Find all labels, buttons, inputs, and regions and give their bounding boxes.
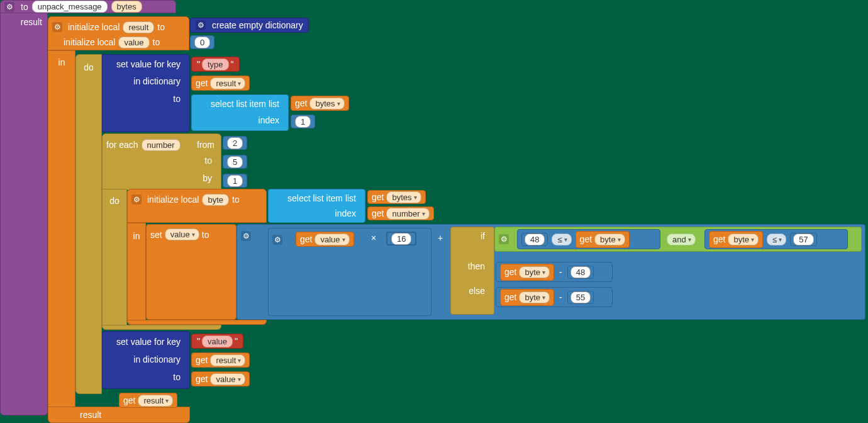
- get-result-final[interactable]: get result: [119, 393, 177, 408]
- get-bytes-1[interactable]: get bytes: [291, 96, 349, 111]
- times-sym: ×: [371, 233, 376, 243]
- get-result-2[interactable]: get result: [191, 352, 250, 368]
- gear-icon[interactable]: [272, 235, 282, 245]
- num-zero[interactable]: 0: [190, 35, 214, 49]
- setkey-label2: set value for key: [106, 334, 186, 352]
- lte-dd[interactable]: ≤: [552, 234, 571, 245]
- one-b[interactable]: 1: [227, 175, 243, 187]
- get-number[interactable]: get number: [367, 206, 434, 220]
- get-label: get: [372, 192, 384, 202]
- string-value[interactable]: " value ": [191, 334, 243, 349]
- get-value-2[interactable]: get value: [191, 371, 250, 386]
- indict-label2: in dictionary: [106, 352, 186, 369]
- value-text[interactable]: value: [202, 336, 233, 347]
- do-label: do: [84, 62, 94, 72]
- foreach-header[interactable]: for each number from to by: [102, 133, 221, 190]
- num-1[interactable]: 1: [291, 115, 315, 128]
- result-label: result: [1, 13, 47, 31]
- value-dd[interactable]: value: [165, 228, 199, 240]
- select-list-2[interactable]: select list item list index: [268, 189, 365, 223]
- bytes-dd2[interactable]: bytes: [386, 191, 421, 203]
- num-1b[interactable]: 1: [223, 174, 247, 188]
- create-dict[interactable]: create empty dictionary: [190, 18, 309, 33]
- lte-dd2[interactable]: ≤: [767, 234, 786, 245]
- proc-name[interactable]: unpack_message: [32, 1, 108, 13]
- bytes-dd[interactable]: bytes: [309, 98, 344, 110]
- set-key-value[interactable]: set value for key in dictionary to: [102, 331, 190, 389]
- number-var[interactable]: number: [142, 139, 181, 151]
- num-5[interactable]: 5: [223, 155, 247, 169]
- indict-label: in dictionary: [106, 74, 186, 91]
- n48b[interactable]: 48: [570, 266, 591, 278]
- result-dd[interactable]: result: [138, 395, 173, 407]
- get-result-1[interactable]: get result: [191, 76, 250, 91]
- then-expr[interactable]: getbyte - 48: [496, 262, 613, 282]
- init-byte[interactable]: initialize local byte to: [127, 189, 267, 223]
- inner-in: in: [127, 223, 146, 324]
- n57[interactable]: 57: [793, 234, 813, 245]
- number-dd[interactable]: number: [386, 208, 429, 220]
- cmp-right[interactable]: getbyte ≤ 57: [704, 229, 848, 249]
- get-bytes-2[interactable]: get bytes: [367, 190, 426, 204]
- q1: ": [197, 59, 200, 69]
- five[interactable]: 5: [227, 156, 243, 168]
- proc-header[interactable]: to unpack_message bytes: [0, 0, 176, 13]
- init-local-label: initialize local: [68, 22, 120, 32]
- foreach-do: do: [102, 189, 127, 329]
- value-dd3[interactable]: value: [210, 373, 245, 385]
- two[interactable]: 2: [227, 137, 243, 149]
- zero[interactable]: 0: [194, 37, 210, 48]
- get-value[interactable]: get value: [296, 232, 354, 247]
- to-label-f: to: [106, 369, 186, 387]
- gear-icon[interactable]: [131, 195, 142, 205]
- to-label: to: [21, 2, 28, 12]
- by-label: by: [106, 171, 217, 188]
- gear-icon[interactable]: [4, 2, 14, 12]
- index-label2: index: [272, 206, 361, 222]
- if-label: if: [455, 230, 490, 255]
- gear-icon[interactable]: [196, 20, 206, 30]
- cmp-left[interactable]: 48 ≤ getbyte: [517, 229, 660, 249]
- init-local-block[interactable]: initialize local result to initialize lo…: [48, 16, 189, 50]
- init-local-label2: initialize local: [64, 37, 115, 47]
- sixteen[interactable]: 16: [391, 233, 411, 245]
- num-2[interactable]: 2: [223, 136, 247, 150]
- arg-bytes[interactable]: bytes: [111, 1, 142, 13]
- type-text[interactable]: type: [202, 59, 229, 70]
- else-label: else: [455, 283, 490, 308]
- get-label: get: [196, 78, 208, 88]
- init-local-label: initialize local: [147, 195, 199, 205]
- to-label: to: [106, 153, 217, 171]
- set-key-type[interactable]: set value for key in dictionary to: [102, 54, 190, 132]
- result-dd[interactable]: result: [210, 77, 245, 89]
- value-dd2[interactable]: value: [314, 234, 349, 245]
- plus-sym: +: [438, 233, 443, 243]
- select-label: select list item list: [196, 97, 284, 113]
- gear-icon[interactable]: [241, 231, 251, 241]
- num-16[interactable]: 16: [386, 232, 416, 245]
- var-result[interactable]: result: [123, 21, 154, 33]
- gear-icon[interactable]: [499, 234, 509, 244]
- get-byte-b[interactable]: getbyte: [709, 231, 763, 248]
- one[interactable]: 1: [295, 116, 311, 128]
- get-byte-d[interactable]: getbyte: [500, 289, 554, 306]
- n48a[interactable]: 48: [525, 234, 545, 245]
- get-byte-c[interactable]: getbyte: [500, 264, 554, 281]
- get-label: get: [372, 208, 384, 218]
- to-label: to: [106, 91, 186, 127]
- gear-icon[interactable]: [52, 22, 62, 32]
- get-byte-a[interactable]: getbyte: [576, 231, 630, 248]
- string-type[interactable]: " type ": [191, 57, 240, 72]
- byte-var[interactable]: byte: [202, 194, 229, 206]
- n55[interactable]: 55: [570, 291, 591, 303]
- else-expr[interactable]: getbyte - 55: [496, 287, 613, 307]
- do-sidebar: do: [75, 54, 102, 394]
- set-label: set: [150, 230, 162, 240]
- result-dd2[interactable]: result: [210, 354, 245, 366]
- select-list-1[interactable]: select list item list index: [191, 94, 289, 131]
- get-label: get: [196, 374, 208, 384]
- var-value[interactable]: value: [118, 37, 149, 48]
- if-block[interactable]: if then else: [450, 227, 494, 315]
- inner-foot: [127, 320, 267, 325]
- set-value[interactable]: set value to: [146, 224, 236, 320]
